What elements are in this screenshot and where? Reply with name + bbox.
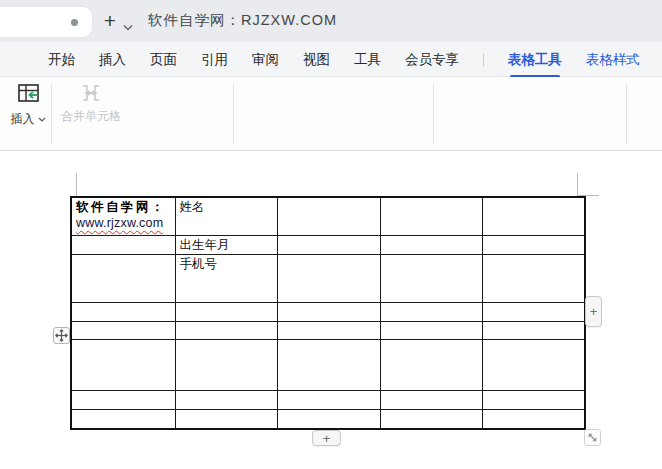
table-cell[interactable] [482, 390, 585, 409]
table-row: 出生年月 [71, 235, 585, 254]
table-row [71, 339, 585, 390]
insert-label: 插入 [11, 111, 35, 128]
site-url-text: www.rjzxw.com [76, 216, 172, 230]
name-label: 姓名 [180, 200, 205, 214]
margin-mark-left [76, 173, 77, 196]
menu-insert[interactable]: 插入 [99, 51, 126, 69]
table-cell[interactable] [71, 254, 175, 302]
menubar: 开始 插入 页面 引用 审阅 视图 工具 会员专享 表格工具 表格样式 WPS … [0, 42, 662, 77]
table-cell[interactable] [380, 302, 482, 321]
margin-mark-right [577, 173, 578, 196]
menu-view[interactable]: 视图 [303, 51, 330, 69]
table-move-handle[interactable] [53, 327, 70, 344]
table-cell[interactable] [71, 409, 175, 429]
table-cell[interactable] [71, 321, 175, 339]
site-name-text: 软件自学网： [76, 199, 172, 216]
table-cell[interactable] [482, 321, 585, 339]
table-cell[interactable] [277, 409, 380, 429]
table-cell[interactable] [71, 339, 175, 390]
merge-cells-button[interactable]: 合并单元格 [62, 83, 120, 125]
table-row [71, 409, 585, 429]
table-cell[interactable] [175, 302, 277, 321]
menu-membership[interactable]: 会员专享 [405, 51, 459, 69]
table-cell[interactable]: 软件自学网： www.rjzxw.com [71, 197, 175, 235]
table-cell[interactable] [71, 390, 175, 409]
unsaved-dot-icon [71, 19, 78, 26]
table-cell[interactable] [277, 321, 380, 339]
add-column-button[interactable]: + [585, 296, 602, 327]
table-cell[interactable] [277, 197, 380, 235]
table-cell[interactable] [380, 339, 482, 390]
table-cell[interactable] [380, 321, 482, 339]
ribbon-toolbar: 插入 合并单元格 [0, 77, 662, 151]
table-cell[interactable] [277, 254, 380, 302]
table-cell[interactable] [175, 321, 277, 339]
menu-reference[interactable]: 引用 [201, 51, 228, 69]
table-cell[interactable] [277, 390, 380, 409]
titlebar: + 软件自学网：RJZXW.COM [0, 0, 662, 42]
table-row: 软件自学网： www.rjzxw.com 姓名 [71, 197, 585, 235]
table-cell[interactable] [71, 235, 175, 254]
menu-page[interactable]: 页面 [150, 51, 177, 69]
chevron-down-icon [38, 117, 46, 122]
window-title: 软件自学网：RJZXW.COM [148, 11, 337, 30]
table-cell[interactable] [175, 339, 277, 390]
table-resize-handle[interactable] [584, 429, 601, 446]
tab-table-style[interactable]: 表格样式 [586, 51, 640, 69]
group-separator [51, 84, 52, 144]
table-cell[interactable] [71, 302, 175, 321]
table-cell[interactable] [380, 235, 482, 254]
group-separator [233, 84, 234, 144]
table-row [71, 390, 585, 409]
move-icon [55, 329, 68, 342]
phone-label: 手机号 [180, 257, 218, 271]
birth-label: 出生年月 [180, 238, 230, 252]
group-separator [626, 84, 627, 144]
tab-list-chevron-icon[interactable] [123, 17, 133, 35]
diagonal-resize-icon [587, 432, 598, 443]
menu-separator [483, 53, 484, 67]
new-tab-button[interactable]: + [99, 8, 121, 34]
table-cell[interactable] [380, 409, 482, 429]
insert-button[interactable]: 插入 [6, 82, 50, 128]
wps-window: + 软件自学网：RJZXW.COM 开始 插入 页面 引用 审阅 视图 工具 会… [0, 0, 662, 469]
table-cell[interactable] [175, 409, 277, 429]
table-cell[interactable]: 手机号 [175, 254, 277, 302]
insert-table-icon [16, 82, 41, 107]
table-row: 手机号 [71, 254, 585, 302]
tab-table-tools[interactable]: 表格工具 [508, 51, 562, 69]
table-cell[interactable] [482, 302, 585, 321]
document-table: 软件自学网： www.rjzxw.com 姓名 出生年月 手机号 [70, 196, 586, 430]
table-cell[interactable] [277, 235, 380, 254]
table-row [71, 321, 585, 339]
menu-review[interactable]: 审阅 [252, 51, 279, 69]
merge-cells-icon [81, 83, 101, 103]
menu-tools[interactable]: 工具 [354, 51, 381, 69]
table-cell[interactable] [277, 302, 380, 321]
table-row [71, 302, 585, 321]
table-cell[interactable] [482, 254, 585, 302]
table-cell[interactable] [380, 254, 482, 302]
table-cell[interactable] [482, 409, 585, 429]
table-cell[interactable] [380, 197, 482, 235]
table-cell[interactable] [175, 390, 277, 409]
table-cell[interactable]: 姓名 [175, 197, 277, 235]
table-cell[interactable] [482, 197, 585, 235]
merge-cells-label: 合并单元格 [61, 108, 121, 125]
table-cell[interactable]: 出生年月 [175, 235, 277, 254]
menu-home[interactable]: 开始 [48, 51, 75, 69]
document-tab[interactable] [0, 7, 92, 37]
table-cell[interactable] [482, 235, 585, 254]
group-separator [433, 84, 434, 144]
document-canvas: 软件自学网： www.rjzxw.com 姓名 出生年月 手机号 [0, 151, 662, 469]
add-row-button[interactable]: + [312, 430, 341, 446]
table-cell[interactable] [277, 339, 380, 390]
table-cell[interactable] [482, 339, 585, 390]
table-cell[interactable] [380, 390, 482, 409]
